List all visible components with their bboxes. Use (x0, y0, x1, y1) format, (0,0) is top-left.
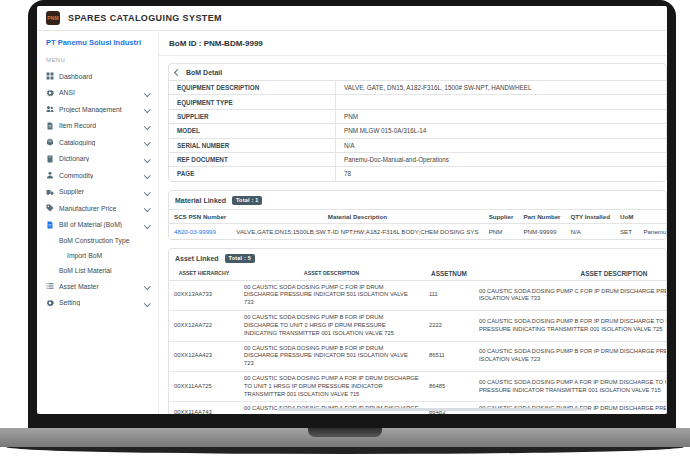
sidebar-subitem-bom-construction-type[interactable]: BoM Construction Type (46, 233, 151, 248)
sidebar-item-label: Dashboard (59, 73, 92, 80)
asset-num: 86485 (424, 371, 474, 401)
chevron-down-icon (144, 106, 150, 112)
app-title: SPARES CATALOGUING SYSTEM (68, 13, 222, 23)
asset-description: 00 CAUSTIC SODA DOSING PUMP B FOR IP DRU… (239, 341, 424, 371)
pnm-logo-icon: PNM (46, 11, 60, 25)
chevron-down-icon (144, 123, 150, 129)
chevron-down-icon (144, 90, 150, 96)
menu-section-label: MENU (46, 57, 151, 63)
sidebar-item-bill-of-material[interactable]: Bill of Material (BoM) (46, 217, 151, 234)
column-header: ASSETNUM (424, 267, 474, 281)
asset-description: 00 CAUSTIC SODA DOSING PUMP A FOR IP DRU… (239, 371, 424, 401)
sidebar-item-item-record[interactable]: Item Record (46, 118, 151, 135)
column-header: UoM (615, 209, 638, 223)
sidebar-subitem-import-bom[interactable]: Import BoM (46, 248, 151, 263)
detail-label: SERIAL NUMBER (169, 138, 336, 152)
settings-gear-icon (46, 299, 54, 307)
table-row[interactable]: 00XX12AA423 00 CAUSTIC SODA DOSING PUMP … (169, 341, 666, 371)
chevron-down-icon (144, 156, 150, 162)
material-linked-table: SCS PSN Number Material Description Supp… (169, 209, 666, 239)
table-row[interactable]: 00XX13AA733 00 CAUSTIC SODA DOSING PUMP … (169, 280, 666, 310)
psn-number-link[interactable]: 4820-03-99999 (174, 228, 216, 235)
horizontal-scrollbar[interactable] (277, 408, 587, 411)
asset-hierarchy: 00XX12AA722 (169, 311, 239, 341)
sidebar-item-commodity[interactable]: Commodity (46, 167, 151, 184)
sidebar-item-manufacturer-price[interactable]: Manufacturer Price (46, 200, 151, 217)
table-row[interactable]: 00XX12AA722 00 CAUSTIC SODA DOSING PUMP … (169, 311, 666, 341)
table-row: REF DOCUMENT Panemu-Doc-Manual-and-Opera… (169, 152, 666, 166)
material-total-badge: Total : 1 (232, 196, 262, 205)
asset-description-2: 00 CAUSTIC SODA DOSING PUMP A FOR IP DRU… (474, 371, 666, 401)
sidebar-item-label: Bill of Material (BoM) (59, 221, 122, 228)
sidebar: PT Panemu Solusi Industri MENU Dashboard… (37, 31, 159, 414)
sidebar-item-label: Cataloguing (59, 139, 95, 146)
table-row[interactable]: 4820-03-99999 VALVE,GATE;DN15;1500LB;SW,… (169, 223, 666, 239)
laptop-base-edge (6, 447, 684, 454)
back-chevron-icon[interactable] (174, 69, 181, 76)
cube-icon (46, 138, 54, 146)
company-name: PT Panemu Solusi Industri (46, 38, 151, 47)
asset-description-2: 00 CAUSTIC SODA DOSING PUMP C FOR IP DRU… (474, 280, 666, 310)
sidebar-item-label: Manufacturer Price (59, 205, 116, 212)
asset-description-2: 00 CAUSTIC SODA DOSING PUMP B FOR IP DRU… (474, 311, 666, 341)
tag-icon (46, 204, 54, 212)
table-row: PAGE 78 (169, 167, 666, 181)
sidebar-item-project-management[interactable]: Project Management (46, 101, 151, 118)
sidebar-item-asset-master[interactable]: Asset Master (46, 278, 151, 295)
sidebar-item-ansi[interactable]: ANSI (46, 85, 151, 102)
dashboard-icon (46, 72, 54, 80)
sidebar-item-label: ANSI (59, 89, 75, 96)
sidebar-item-supplier[interactable]: Supplier (46, 184, 151, 201)
bom-detail-card: BoM Detail EQUIPMENT DESCRIPTION VALVE, … (168, 63, 667, 182)
material-description: VALVE,GATE;DN15;1500LB;SW,T-ID NPT;HW;A1… (231, 223, 483, 239)
chevron-down-icon (144, 205, 150, 211)
column-header: ASSET DESCRIPTION (474, 267, 666, 281)
sidebar-item-label: Commodity (59, 172, 93, 179)
chevron-down-icon (144, 300, 150, 306)
table-row: EQUIPMENT DESCRIPTION VALVE, GATE, DN15,… (169, 81, 666, 95)
chevron-down-icon (144, 172, 150, 178)
detail-value: Panemu-Doc-Manual-and-Operations (336, 152, 667, 166)
asset-hierarchy: 00XX13AA733 (169, 280, 239, 310)
table-row[interactable]: 00XX11AA725 00 CAUSTIC SODA DOSING PUMP … (169, 371, 666, 401)
asset-hierarchy: 00XX11AA725 (169, 371, 239, 401)
asset-hierarchy: 00XX12AA423 (169, 341, 239, 371)
laptop-hinge-notch (308, 428, 382, 437)
sidebar-item-label: Setting (59, 299, 80, 306)
sidebar-item-label: Supplier (59, 188, 84, 195)
truck-icon (46, 188, 54, 196)
column-header: Part Number (518, 209, 565, 223)
column-header: Supplier (484, 209, 519, 223)
asset-num: 2222 (424, 311, 474, 341)
detail-label: MODEL (169, 124, 336, 138)
sidebar-subitem-bom-list-material[interactable]: BoM List Material (46, 263, 151, 278)
main-content: BoM ID : PNM-BDM-9999 BoM Detail EQUIPME… (159, 31, 667, 414)
detail-value: 78 (336, 167, 667, 181)
sidebar-item-dictionary[interactable]: Dictionary (46, 151, 151, 168)
laptop-bezel: PNM SPARES CATALOGUING SYSTEM PT Panemu … (28, 0, 676, 428)
sidebar-item-cataloguing[interactable]: Cataloguing (46, 134, 151, 151)
asset-linked-card: Asset Linked Total : 5 ASSET HIERARCHY A… (168, 248, 667, 414)
material-supplier: PNM (484, 223, 519, 239)
column-header: QTY Installed (566, 209, 615, 223)
sidebar-item-dashboard[interactable]: Dashboard (46, 68, 151, 85)
sidebar-item-setting[interactable]: Setting (46, 295, 151, 312)
material-uom: SET (615, 223, 638, 239)
asset-linked-title: Asset Linked (175, 255, 219, 262)
detail-value: VALVE, GATE, DN15, A182-F316L, 1500# SW-… (336, 81, 667, 95)
detail-value: PNM MLGW 015-0A/316L-14 (336, 124, 667, 138)
book-icon (46, 155, 54, 163)
column-header (638, 209, 666, 223)
gear-icon (46, 89, 54, 97)
page-title: BoM ID : PNM-BDM-9999 (159, 31, 667, 56)
asset-num: 111 (424, 280, 474, 310)
detail-label: REF DOCUMENT (169, 152, 336, 166)
material-linked-card: Material Linked Total : 1 SCS PSN Number… (168, 190, 667, 240)
sidebar-item-label: Project Management (59, 106, 122, 113)
detail-value (336, 95, 667, 109)
chevron-down-icon (144, 283, 150, 289)
laptop-base (0, 428, 690, 447)
bom-detail-table: EQUIPMENT DESCRIPTION VALVE, GATE, DN15,… (169, 80, 666, 181)
sidebar-item-label: Asset Master (59, 283, 99, 290)
person-icon (46, 171, 54, 179)
